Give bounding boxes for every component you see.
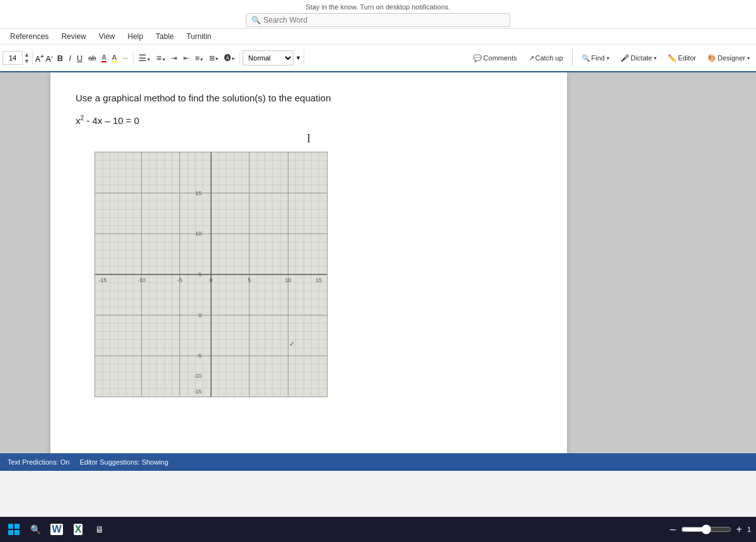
windows-icon[interactable]: [5, 521, 23, 538]
os-icon[interactable]: 🖥: [91, 521, 108, 538]
indent-less-button[interactable]: ⇤: [181, 53, 192, 64]
ribbon: ▲ ▼ A+ A- B I U ab A A ··· ☰▾ ≡▾ ⇥ ⇤ ≡▾ …: [0, 45, 756, 72]
svg-rect-88: [8, 530, 13, 535]
svg-rect-87: [14, 524, 20, 529]
status-bar: Text Predictions: On Editor Suggestions:…: [0, 453, 756, 471]
taskbar-search-icon[interactable]: 🔍: [26, 521, 44, 538]
comments-icon: 💬: [473, 54, 482, 62]
shading-button[interactable]: 🅐▾: [222, 53, 237, 63]
word-icon[interactable]: W: [48, 521, 66, 538]
left-margin: [0, 72, 50, 453]
search-word-wrapper: 🔍: [246, 13, 510, 27]
svg-text:15: 15: [195, 190, 202, 196]
search-bar-area: Stay in the know. Turn on desktop notifi…: [0, 0, 756, 29]
menu-item-table[interactable]: Table: [151, 30, 179, 43]
svg-text:0: 0: [210, 277, 213, 283]
svg-text:0: 0: [198, 312, 202, 319]
find-button[interactable]: 🔍 Find ▾: [578, 53, 613, 64]
equation-text: x2 - 4x – 10 = 0: [76, 115, 542, 126]
strikethrough-button[interactable]: ab: [86, 53, 98, 63]
designer-dropdown-arrow: ▾: [747, 55, 750, 61]
zoom-area: – + 1: [670, 524, 751, 535]
text-cursor: I: [76, 132, 542, 145]
menu-bar: References Review View Help Table Turnit…: [0, 29, 756, 45]
italic-button[interactable]: I: [66, 52, 74, 64]
editor-suggestions-status: Editor Suggestions: Showing: [79, 458, 168, 466]
comments-button[interactable]: 💬 Comments: [469, 53, 520, 64]
style-dropdown-arrow[interactable]: ▼: [295, 55, 301, 61]
font-format-group: A+ A- B I U ab A A ···: [35, 52, 134, 64]
text-predictions-status: Text Predictions: On: [8, 458, 69, 466]
zoom-minus-button[interactable]: –: [670, 524, 676, 535]
taskbar: 🔍 W X 🖥 – + 1: [0, 517, 756, 542]
right-ribbon-buttons: 💬 Comments ↗ Catch up 🔍 Find ▾ 🎤 Dictate…: [469, 49, 753, 67]
search-word-input[interactable]: [263, 16, 505, 25]
zoom-slider[interactable]: [681, 524, 731, 534]
catch-up-icon: ↗: [529, 54, 534, 62]
designer-button[interactable]: 🎨 Designer ▾: [704, 53, 753, 64]
font-size-input[interactable]: [3, 51, 23, 65]
editor-icon: ✏️: [668, 54, 677, 62]
editor-button[interactable]: ✏️ Editor: [664, 53, 700, 64]
search-icon: 🔍: [251, 16, 261, 25]
highlight-button[interactable]: A: [110, 52, 119, 64]
document-page: Use a graphical method to find the solut…: [50, 72, 567, 453]
font-size-up-arrow[interactable]: ▲: [24, 52, 30, 58]
grid-svg: 15 10 5 0 -5 -10 -15 -15 -10 -5 0 5 10 1…: [95, 152, 327, 397]
table-insert-button[interactable]: ⊞▾: [207, 53, 220, 64]
svg-text:5: 5: [248, 277, 251, 283]
list-button[interactable]: ☰▾: [136, 52, 152, 64]
svg-text:10: 10: [285, 277, 291, 283]
catch-up-button[interactable]: ↗ Catch up: [525, 53, 567, 64]
svg-text:-5: -5: [177, 277, 182, 283]
menu-item-view[interactable]: View: [94, 30, 120, 43]
font-a-large: A+ A-: [35, 53, 53, 64]
svg-text:-5: -5: [197, 353, 202, 359]
find-icon: 🔍: [581, 54, 590, 62]
designer-icon: 🎨: [707, 54, 716, 62]
document-heading: Use a graphical method to find the solut…: [76, 91, 542, 104]
right-margin: [567, 72, 756, 453]
svg-text:-15: -15: [193, 388, 202, 395]
excel-icon[interactable]: X: [69, 521, 87, 538]
numbered-list-button[interactable]: ≡▾: [154, 52, 167, 64]
microphone-icon: 🎤: [621, 54, 629, 62]
main-area: Use a graphical method to find the solut…: [0, 72, 756, 453]
svg-text:15: 15: [316, 277, 322, 283]
svg-text:10: 10: [195, 230, 202, 237]
menu-item-help[interactable]: Help: [123, 30, 149, 43]
svg-rect-89: [14, 530, 20, 535]
font-color-button[interactable]: A: [99, 52, 108, 64]
zoom-plus-button[interactable]: +: [736, 524, 742, 535]
bold-button[interactable]: B: [55, 52, 66, 64]
style-select[interactable]: Normal Heading 1 Heading 2 Title: [243, 50, 294, 65]
coordinate-grid: 15 10 5 0 -5 -10 -15 -15 -10 -5 0 5 10 1…: [94, 152, 328, 397]
dictate-button[interactable]: 🎤 Dictate ▾: [617, 53, 660, 64]
svg-rect-86: [8, 524, 13, 529]
notification-text: Stay in the know. Turn on desktop notifi…: [306, 3, 450, 11]
svg-text:✓: ✓: [289, 340, 295, 347]
menu-item-turnitin[interactable]: Turnitin: [181, 30, 217, 43]
dictate-dropdown-arrow: ▾: [654, 55, 656, 61]
menu-item-references[interactable]: References: [5, 30, 54, 43]
find-dropdown-arrow: ▾: [607, 55, 609, 61]
svg-text:5: 5: [198, 271, 202, 278]
underline-button[interactable]: U: [74, 52, 85, 64]
svg-text:-10: -10: [137, 277, 146, 283]
svg-text:-15: -15: [98, 277, 106, 283]
font-size-down-arrow[interactable]: ▼: [24, 58, 30, 64]
ribbon-separator: [572, 49, 573, 67]
svg-text:-10: -10: [193, 373, 202, 379]
paragraph-group: ☰▾ ≡▾ ⇥ ⇤ ≡▾ ⊞▾ 🅐▾: [136, 52, 240, 64]
align-button[interactable]: ≡▾: [193, 52, 206, 64]
indent-more-button[interactable]: ⇥: [169, 53, 180, 64]
menu-item-review[interactable]: Review: [56, 30, 91, 43]
font-size-group: ▲ ▼: [3, 51, 33, 65]
zoom-level-text: 1: [747, 526, 751, 533]
style-group: Normal Heading 1 Heading 2 Title ▼: [243, 50, 304, 65]
more-font-button[interactable]: ···: [120, 53, 130, 63]
